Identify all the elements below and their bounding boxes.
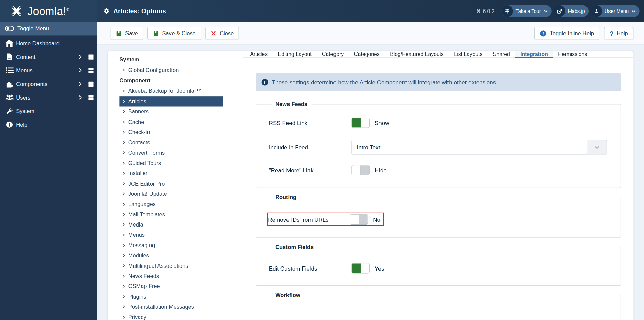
users-icon xyxy=(4,94,14,101)
edit-custom-fields-toggle[interactable] xyxy=(351,263,369,273)
sidenav-item-label: Multilingual Associations xyxy=(128,263,188,269)
sidenav-item-label: Banners xyxy=(128,109,149,115)
read-more-link-toggle[interactable] xyxy=(351,165,369,175)
sidebar-item-users[interactable]: Users xyxy=(0,91,97,104)
sidenav-item-articles[interactable]: Articles xyxy=(119,96,223,106)
sidenav-item-privacy[interactable]: Privacy xyxy=(119,312,223,320)
sidebar-item-menus[interactable]: Menus xyxy=(0,64,97,77)
sidenav-item-cache[interactable]: Cache xyxy=(119,117,223,127)
chevron-right-icon xyxy=(122,233,126,237)
joomla-mini-icon xyxy=(476,9,481,14)
tab-blog-featured-layouts[interactable]: Blog/Featured Layouts xyxy=(385,51,449,57)
sidenav-item-label: Plugins xyxy=(128,294,146,300)
toolbar: Save Save & Close Close ? Toggle Inline … xyxy=(97,22,644,45)
sidebar-item-home-dashboard[interactable]: Home Dashboard xyxy=(0,36,97,50)
toggle-menu-button[interactable]: Toggle Menu xyxy=(0,22,97,35)
tab-shared[interactable]: Shared xyxy=(488,51,515,57)
toggle-inline-help-button[interactable]: ? Toggle Inline Help xyxy=(534,27,599,40)
include-in-feed-select[interactable]: Intro Text xyxy=(351,140,607,155)
close-icon xyxy=(210,30,216,36)
sidenav-item-convert-forms[interactable]: Convert Forms xyxy=(119,148,223,158)
chevron-right-icon[interactable] xyxy=(78,54,83,59)
sidenav-item-akeeba-backup-for-joomla[interactable]: Akeeba Backup for Joomla!™ xyxy=(119,86,223,96)
help-icon xyxy=(4,121,14,128)
sidenav-item-label: JCE Editor Pro xyxy=(128,180,165,187)
external-link-icon xyxy=(554,5,565,17)
chevron-right-icon xyxy=(122,295,126,299)
grid-icon[interactable] xyxy=(88,54,94,60)
sidenav-heading-component: Component xyxy=(119,77,223,84)
field-label: "Read More" Link xyxy=(269,167,351,173)
remove-ids-from-urls-toggle[interactable] xyxy=(350,214,368,225)
chevron-right-icon xyxy=(122,161,126,165)
header-right: 6.0.2 Take a Tour f-labs.jp User Menu xyxy=(476,5,640,17)
field-label: RSS Feed Link xyxy=(269,120,351,126)
field-row: Edit Custom FieldsYes xyxy=(269,263,608,273)
brand-text: Joomla!® xyxy=(27,5,69,18)
joomla-logo[interactable]: Joomla!® xyxy=(0,0,97,22)
sidenav-item-modules[interactable]: Modules xyxy=(119,251,223,261)
grid-icon[interactable] xyxy=(88,94,94,101)
sidenav-item-mail-templates[interactable]: Mail Templates xyxy=(119,209,223,219)
sidenav-item-installer[interactable]: Installer xyxy=(119,168,223,178)
tab-editing-layout[interactable]: Editing Layout xyxy=(273,51,317,57)
sidenav-item-plugins[interactable]: Plugins xyxy=(119,292,223,302)
chevron-right-icon xyxy=(122,305,126,309)
user-menu-button[interactable]: User Menu xyxy=(591,5,640,17)
sidenav-item-jce-editor-pro[interactable]: JCE Editor Pro xyxy=(119,178,223,189)
save-button[interactable]: Save xyxy=(111,27,143,40)
save-close-button[interactable]: Save & Close xyxy=(147,27,201,40)
tab-integration[interactable]: Integration xyxy=(515,51,553,57)
chevron-right-icon[interactable] xyxy=(78,81,83,86)
user-icon xyxy=(591,5,602,17)
sidebar-item-label: Menus xyxy=(16,67,32,73)
tab-category[interactable]: Category xyxy=(317,51,349,57)
sidenav-item-label: OSMap Free xyxy=(128,283,160,290)
tab-list-layouts[interactable]: List Layouts xyxy=(449,51,488,57)
page: Joomla!® Articles: Options xyxy=(0,0,644,320)
field-label: Edit Custom Fields xyxy=(269,265,351,272)
signpost-icon xyxy=(502,5,513,17)
tab-permissions[interactable]: Permissions xyxy=(553,51,592,57)
tab-categories[interactable]: Categories xyxy=(349,51,385,57)
sidebar-item-content[interactable]: Content xyxy=(0,50,97,64)
sidenav-item-banners[interactable]: Banners xyxy=(119,107,223,117)
sidebar-item-components[interactable]: Components xyxy=(0,77,97,91)
rss-feed-link-toggle[interactable] xyxy=(351,118,369,128)
sidenav-item-media[interactable]: Media xyxy=(119,219,223,230)
menus-icon xyxy=(4,67,14,73)
sidebar-item-help[interactable]: Help xyxy=(0,118,97,131)
sidenav-item-post-installation-messages[interactable]: Post-installation Messages xyxy=(119,302,223,312)
sidenav-item-label: Mail Templates xyxy=(128,211,165,217)
grid-icon[interactable] xyxy=(88,81,94,87)
site-link-button[interactable]: f-labs.jp xyxy=(554,5,589,17)
chevron-right-icon xyxy=(122,223,126,227)
sidenav-item-contacts[interactable]: Contacts xyxy=(119,137,223,148)
sidenav-item-menus[interactable]: Menus xyxy=(119,230,223,240)
grid-icon[interactable] xyxy=(88,67,94,73)
sidenav-item-check-in[interactable]: Check-in xyxy=(119,127,223,137)
take-a-tour-button[interactable]: Take a Tour xyxy=(502,5,552,17)
chevron-right-icon[interactable] xyxy=(78,95,83,100)
gear-icon xyxy=(103,8,110,14)
sidebar-item-system[interactable]: System xyxy=(0,104,97,118)
chevron-right-icon[interactable] xyxy=(78,68,83,73)
sidenav-item-label: Messaging xyxy=(128,242,155,248)
chevron-right-icon xyxy=(122,141,126,144)
sidenav-item-messaging[interactable]: Messaging xyxy=(119,240,223,250)
close-button[interactable]: Close xyxy=(205,27,239,40)
sidenav-item-osmap-free[interactable]: OSMap Free xyxy=(119,281,223,292)
sidenav-item-joomla-update[interactable]: Joomla! Update xyxy=(119,189,223,199)
tab-panel: ArticlesEditing LayoutCategoryCategories… xyxy=(243,51,633,320)
sidenav-item-languages[interactable]: Languages xyxy=(119,199,223,209)
sidenav-item-global-configuration[interactable]: Global Configuration xyxy=(119,65,223,75)
sidenav-item-label: Global Configuration xyxy=(128,67,179,73)
sidenav-item-guided-tours[interactable]: Guided Tours xyxy=(119,158,223,168)
sidenav-item-label: Guided Tours xyxy=(128,160,161,166)
sidenav-item-label: Articles xyxy=(128,98,146,104)
help-button[interactable]: ? Help xyxy=(604,27,633,40)
tab-articles[interactable]: Articles xyxy=(245,51,273,57)
sidenav-item-news-feeds[interactable]: News Feeds xyxy=(119,271,223,281)
sidenav-item-multilingual-associations[interactable]: Multilingual Associations xyxy=(119,261,223,271)
main-card: System Global Configuration Component Ak… xyxy=(108,51,633,320)
